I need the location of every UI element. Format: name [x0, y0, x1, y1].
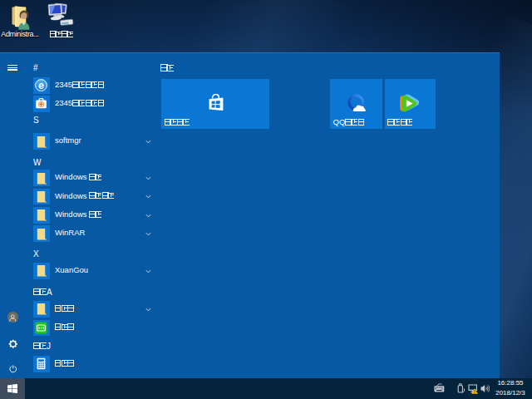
svg-text:e: e — [38, 80, 44, 91]
